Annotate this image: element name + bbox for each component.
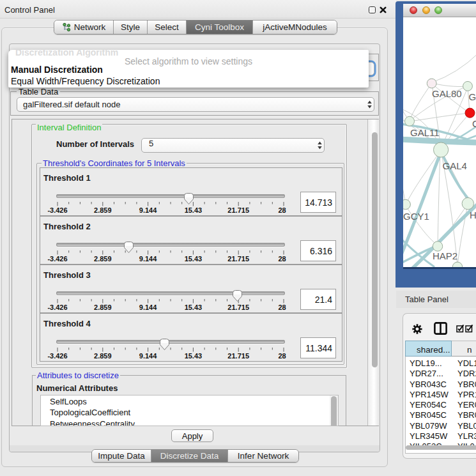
svg-text:C: C <box>472 118 476 129</box>
svg-text:GA: GA <box>469 91 476 102</box>
svg-text:GAL80: GAL80 <box>432 88 462 99</box>
svg-text:GAL4: GAL4 <box>443 160 467 171</box>
svg-text:GCY1: GCY1 <box>403 211 429 222</box>
svg-text:HAP2: HAP2 <box>433 250 457 261</box>
svg-text:GAL11: GAL11 <box>410 127 440 138</box>
svg-text:H: H <box>470 210 476 220</box>
